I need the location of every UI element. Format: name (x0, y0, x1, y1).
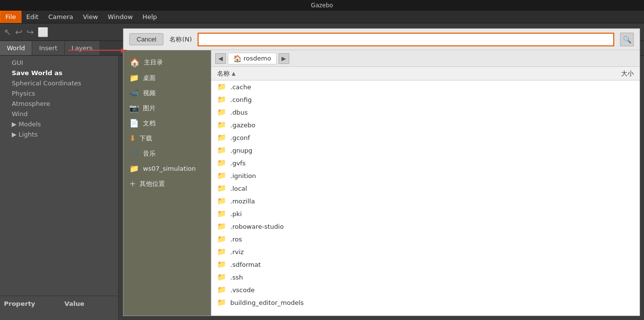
sidebar-desktop-label: 桌面 (143, 74, 156, 82)
col-header-size[interactable]: 大小 (595, 69, 634, 78)
folder-icon: 📁 (217, 82, 226, 91)
tree-item-lights[interactable]: ▶ Lights (0, 129, 118, 140)
nav-home-icon: 🏠 (233, 55, 242, 62)
list-item[interactable]: 📁.vscode (211, 283, 640, 296)
toolbar-icon-2[interactable]: ↩ (13, 27, 24, 37)
list-item[interactable]: 📁building_editor_models (211, 296, 640, 309)
sidebar-item-document[interactable]: 📄 文档 (123, 116, 211, 131)
list-item[interactable]: 📁.local (211, 182, 640, 195)
col-headers: 名称 ▲ 大小 (211, 67, 640, 80)
menu-window[interactable]: Window (103, 11, 138, 23)
tab-insert[interactable]: Insert (32, 41, 64, 55)
sidebar-home-label: 主目录 (144, 58, 163, 67)
nav-breadcrumb[interactable]: 🏠 rosdemo (228, 53, 277, 64)
sidebar-item-home[interactable]: 🏠 主目录 (123, 54, 211, 70)
sidebar-item-video[interactable]: 📹 视频 (123, 85, 211, 100)
folder-icon: 📁 (217, 235, 226, 243)
filename-input[interactable] (198, 33, 614, 46)
sidebar-picture-label: 图片 (143, 104, 156, 113)
menu-camera[interactable]: Camera (43, 11, 78, 23)
sidebar-item-picture[interactable]: 📷 图片 (123, 100, 211, 116)
list-item[interactable]: 📁.gnupg (211, 144, 640, 157)
annotation-arrow (68, 50, 127, 51)
folder-icon: 📁 (217, 298, 226, 307)
nav-forward-button[interactable]: ▶ (279, 53, 289, 64)
video-icon: 📹 (129, 88, 139, 98)
list-item[interactable]: 📁.ssh (211, 271, 640, 283)
dialog-sidebar: 🏠 主目录 📁 桌面 📹 视频 📷 图片 📄 文档 ⬇ 下载 (123, 50, 211, 316)
folder-icon: 📁 (217, 146, 226, 155)
folder-icon: 📁 (217, 184, 226, 193)
sidebar-download-label: 下载 (140, 134, 152, 143)
toolbar-icon-4[interactable]: ⬜ (36, 27, 50, 37)
tree-item-wind[interactable]: Wind (0, 109, 118, 119)
menu-file[interactable]: File (0, 11, 21, 23)
sidebar-item-ws07[interactable]: 📁 ws07_simulation (123, 161, 211, 176)
list-item[interactable]: 📁.dbus (211, 106, 640, 119)
tree-item-save-world[interactable]: Save World as (0, 68, 118, 78)
desktop-folder-icon: 📁 (129, 73, 139, 82)
sidebar-item-other[interactable]: + 其他位置 (123, 176, 211, 191)
list-item[interactable]: 📁.roboware-studio (211, 220, 640, 233)
app-title: Gazebo (311, 2, 333, 9)
list-item[interactable]: 📁.config (211, 93, 640, 106)
tab-world[interactable]: World (0, 41, 32, 55)
col-header-name[interactable]: 名称 ▲ (217, 69, 595, 78)
dialog-body: 🏠 主目录 📁 桌面 📹 视频 📷 图片 📄 文档 ⬇ 下载 (123, 50, 640, 316)
nav-bar: ◀ 🏠 rosdemo ▶ (211, 50, 640, 67)
folder-icon: 📁 (217, 222, 226, 231)
left-panel: GUI Save World as Spherical Coordinates … (0, 56, 119, 320)
file-dialog: Cancel 名称(N) 🔍 🏠 主目录 📁 桌面 📹 视频 📷 图片 (123, 28, 640, 316)
list-item[interactable]: 📁.pki (211, 207, 640, 220)
sidebar-other-label: 其他位置 (140, 180, 165, 188)
tree-item-gui[interactable]: GUI (0, 58, 118, 68)
nav-back-button[interactable]: ◀ (215, 53, 226, 64)
toolbar-icon-3[interactable]: ↪ (24, 27, 36, 37)
menu-view[interactable]: View (78, 11, 103, 23)
folder-icon: 📁 (217, 273, 226, 281)
list-item[interactable]: 📁.gazebo (211, 119, 640, 131)
tree-item-atmosphere[interactable]: Atmosphere (0, 99, 118, 109)
folder-icon: 📁 (217, 247, 226, 256)
name-col-label: 名称 (217, 69, 230, 78)
folder-icon: 📁 (217, 95, 226, 104)
search-button[interactable]: 🔍 (620, 33, 634, 46)
folder-icon: 📁 (217, 209, 226, 218)
sidebar-item-download[interactable]: ⬇ 下载 (123, 131, 211, 146)
toolbar-icon-1[interactable]: ↖ (2, 27, 13, 37)
list-item[interactable]: 📁.ignition (211, 169, 640, 182)
value-col-label: Value (64, 300, 84, 307)
download-icon: ⬇ (129, 134, 136, 143)
list-item[interactable]: 📁.gconf (211, 131, 640, 144)
sidebar-item-music[interactable]: 🎵 音乐 (123, 146, 211, 161)
sidebar-item-desktop[interactable]: 📁 桌面 (123, 70, 211, 85)
tree-item-models[interactable]: ▶ Models (0, 119, 118, 129)
cancel-button[interactable]: Cancel (129, 33, 163, 45)
menu-help[interactable]: Help (138, 11, 162, 23)
tree-item-spherical[interactable]: Spherical Coordinates (0, 78, 118, 88)
sidebar-video-label: 视频 (143, 89, 156, 98)
list-item[interactable]: 📁.mozilla (211, 195, 640, 207)
list-item[interactable]: 📁.sdformat (211, 258, 640, 271)
title-bar: Gazebo (0, 0, 644, 11)
list-item[interactable]: 📁.rviz (211, 245, 640, 258)
folder-icon: 📁 (217, 120, 226, 129)
list-item[interactable]: 📁.cache (211, 80, 640, 93)
menu-bar: File Edit Camera View Window Help (0, 11, 644, 23)
ws07-folder-icon: 📁 (129, 164, 139, 173)
list-item[interactable]: 📁.gvfs (211, 157, 640, 169)
folder-icon: 📁 (217, 285, 226, 294)
music-icon: 🎵 (129, 149, 139, 158)
folder-icon: 📁 (217, 197, 226, 205)
other-plus-icon: + (129, 179, 136, 188)
name-label: 名称(N) (169, 35, 192, 44)
models-arrow-icon: ▶ (12, 120, 17, 128)
folder-icon: 📁 (217, 260, 226, 269)
property-panel: Property Value (0, 296, 118, 320)
tab-layers[interactable]: Layers (65, 41, 100, 55)
tree-item-physics[interactable]: Physics (0, 88, 118, 99)
size-col-label: 大小 (621, 70, 634, 77)
list-item[interactable]: 📁.ros (211, 233, 640, 245)
home-icon: 🏠 (129, 57, 140, 67)
menu-edit[interactable]: Edit (21, 11, 43, 23)
